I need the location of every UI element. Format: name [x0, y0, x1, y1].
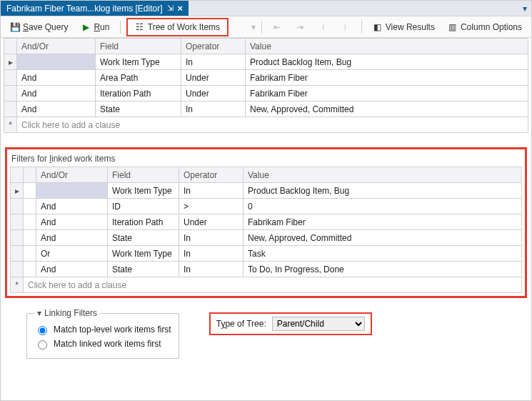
header-value: Value [246, 39, 528, 54]
rowhead-blank [4, 39, 17, 54]
editor-tab[interactable]: Fabrikam Fiber Team...klog items [Editor… [1, 1, 189, 16]
row-marker [4, 70, 17, 86]
query-row[interactable]: AndStateInNew, Approved, Committed [4, 102, 528, 117]
query-row[interactable]: AndStateInNew, Approved, Committed [11, 230, 522, 246]
cell-field[interactable]: Work Item Type [108, 183, 179, 199]
cell-field[interactable]: ID [108, 199, 179, 214]
cell-field[interactable]: Iteration Path [96, 86, 181, 102]
cell-field[interactable]: Area Path [96, 70, 181, 86]
query-row[interactable]: AndStateInTo Do, In Progress, Done [11, 262, 522, 277]
linking-filters-legend: Linking Filters [34, 308, 100, 318]
linked-query-table: And/Or Field Operator Value ▸Work Item T… [10, 167, 522, 293]
group-button-1[interactable]: ⟮ [313, 20, 333, 34]
titlebar: Fabrikam Fiber Team...klog items [Editor… [1, 1, 531, 16]
header-field: Field [96, 39, 181, 54]
match-top-level-radio[interactable] [38, 326, 47, 335]
cell-value[interactable]: Fabrikam Fiber [246, 86, 528, 102]
type-of-tree-select[interactable]: Parent/Child [272, 317, 365, 331]
cell-field[interactable]: State [108, 262, 179, 277]
cell-andor[interactable]: Or [36, 246, 108, 262]
cell-andor[interactable]: And [36, 199, 108, 214]
linked-header-row: And/Or Field Operator Value [11, 167, 522, 183]
cell-field[interactable]: Iteration Path [108, 214, 179, 230]
row-marker [11, 214, 24, 230]
cell-value[interactable]: New, Approved, Committed [246, 102, 528, 117]
query-row[interactable]: ▸Work Item TypeInProduct Backlog Item, B… [4, 54, 528, 70]
dropdown-icon[interactable]: ▾ [523, 4, 527, 14]
cell-operator[interactable]: > [179, 199, 244, 214]
dropdown-glyph[interactable]: ▾ [251, 22, 256, 32]
row-marker [11, 262, 24, 277]
type-of-tree-label: Type of Tree: [216, 319, 266, 329]
match-top-level-option[interactable]: Match top-level work items first [34, 322, 171, 337]
group-button-2[interactable]: ⟯ [336, 20, 356, 34]
row-marker: ▸ [11, 183, 24, 199]
cell-andor[interactable]: And [17, 70, 96, 86]
cell-value[interactable]: New, Approved, Committed [244, 230, 522, 246]
row-indent [24, 262, 36, 277]
cell-operator[interactable]: In [179, 230, 244, 246]
query-row[interactable]: AndIteration PathUnderFabrikam Fiber [11, 214, 522, 230]
type-of-tree-highlight: Type of Tree: Parent/Child [209, 312, 372, 335]
cell-andor[interactable] [36, 183, 108, 199]
query-row[interactable]: AndIteration PathUnderFabrikam Fiber [4, 86, 528, 102]
cell-value[interactable]: Product Backlog Item, Bug [246, 54, 528, 70]
tab-title: Fabrikam Fiber Team...klog items [Editor… [6, 4, 163, 14]
cell-field[interactable]: Work Item Type [108, 246, 179, 262]
cell-operator[interactable]: Under [181, 70, 246, 86]
row-indent [24, 183, 36, 199]
toolbar: 💾 Save Query ▶ Run ☷ Tree of Work Items … [1, 16, 531, 38]
row-marker [4, 86, 17, 102]
cell-operator[interactable]: In [181, 54, 246, 70]
query-header-row: And/Or Field Operator Value [4, 39, 528, 54]
header-field: Field [108, 167, 179, 183]
tree-of-work-items-button[interactable]: ☷ Tree of Work Items [130, 20, 225, 34]
tree-label: Tree of Work Items [148, 22, 220, 32]
cell-operator[interactable]: In [179, 246, 244, 262]
close-icon[interactable]: × [178, 3, 184, 14]
add-clause-text[interactable]: Click here to add a clause [24, 277, 522, 293]
cell-andor[interactable] [17, 54, 96, 70]
save-query-button[interactable]: 💾 Save Query [5, 20, 73, 34]
cell-operator[interactable]: In [179, 183, 244, 199]
cell-operator[interactable]: In [179, 262, 244, 277]
query-row[interactable]: AndArea PathUnderFabrikam Fiber [4, 70, 528, 86]
run-button[interactable]: ▶ Run [76, 20, 114, 34]
query-row[interactable]: AndID>0 [11, 199, 522, 214]
query-row[interactable]: OrWork Item TypeInTask [11, 246, 522, 262]
cell-value[interactable]: Fabrikam Fiber [244, 214, 522, 230]
add-clause-marker: * [4, 117, 17, 133]
cell-operator[interactable]: In [181, 102, 246, 117]
cell-operator[interactable]: Under [179, 214, 244, 230]
view-results-label: View Results [386, 22, 435, 32]
cell-value[interactable]: 0 [244, 199, 522, 214]
row-marker [11, 230, 24, 246]
view-results-button[interactable]: ◧ View Results [368, 20, 440, 34]
cell-field[interactable]: State [96, 102, 181, 117]
linking-filters-fieldset: Linking Filters Match top-level work ite… [26, 308, 179, 359]
column-options-button[interactable]: ▥ Column Options [443, 20, 527, 34]
cell-value[interactable]: To Do, In Progress, Done [244, 262, 522, 277]
match-linked-radio[interactable] [38, 340, 47, 350]
cell-andor[interactable]: And [36, 262, 108, 277]
match-linked-option[interactable]: Match linked work items first [34, 337, 171, 351]
cell-operator[interactable]: Under [181, 86, 246, 102]
cell-andor[interactable]: And [17, 102, 96, 117]
cell-value[interactable]: Task [244, 246, 522, 262]
indent-button-2[interactable]: ⇥ [290, 20, 310, 34]
add-clause-text[interactable]: Click here to add a clause [17, 117, 528, 133]
add-clause-row[interactable]: * Click here to add a clause [11, 277, 522, 293]
cell-field[interactable]: Work Item Type [96, 54, 181, 70]
indent-button-1[interactable]: ⇤ [267, 20, 287, 34]
add-clause-row[interactable]: * Click here to add a clause [4, 117, 528, 133]
cell-andor[interactable]: And [36, 214, 108, 230]
linking-filters-area: Linking Filters Match top-level work ite… [25, 308, 524, 359]
cell-value[interactable]: Product Backlog Item, Bug [244, 183, 522, 199]
cell-field[interactable]: State [108, 230, 179, 246]
query-row[interactable]: ▸Work Item TypeInProduct Backlog Item, B… [11, 183, 522, 199]
cell-value[interactable]: Fabrikam Fiber [246, 70, 528, 86]
header-operator: Operator [179, 167, 244, 183]
cell-andor[interactable]: And [17, 86, 96, 102]
cell-andor[interactable]: And [36, 230, 108, 246]
pin-icon[interactable]: ⇲ [167, 4, 174, 13]
